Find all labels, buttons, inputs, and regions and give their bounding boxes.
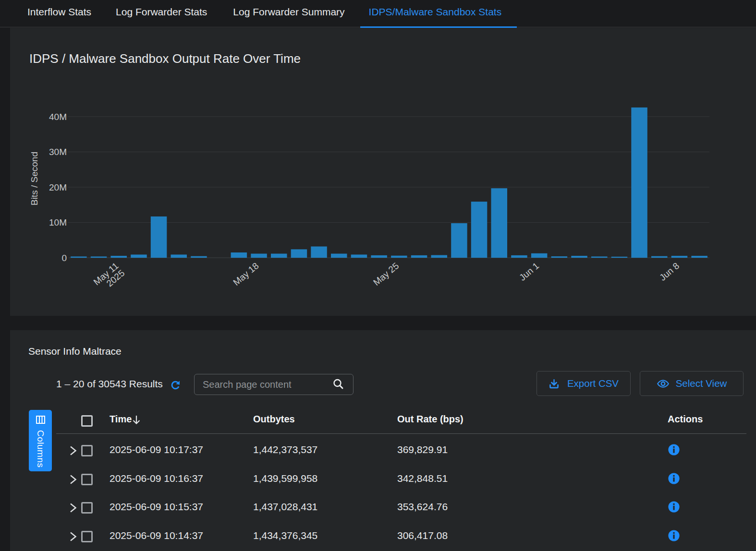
svg-text:20M: 20M [49, 182, 67, 192]
svg-text:30M: 30M [49, 147, 67, 157]
svg-text:0: 0 [61, 253, 67, 263]
svg-text:May 25: May 25 [371, 261, 401, 287]
svg-text:40M: 40M [49, 112, 67, 122]
svg-text:Bits / Second: Bits / Second [29, 152, 39, 205]
svg-text:May 18: May 18 [231, 261, 260, 287]
svg-text:10M: 10M [49, 217, 67, 228]
svg-text:Jun 1: Jun 1 [517, 261, 541, 283]
svg-text:Jun 8: Jun 8 [658, 261, 681, 283]
